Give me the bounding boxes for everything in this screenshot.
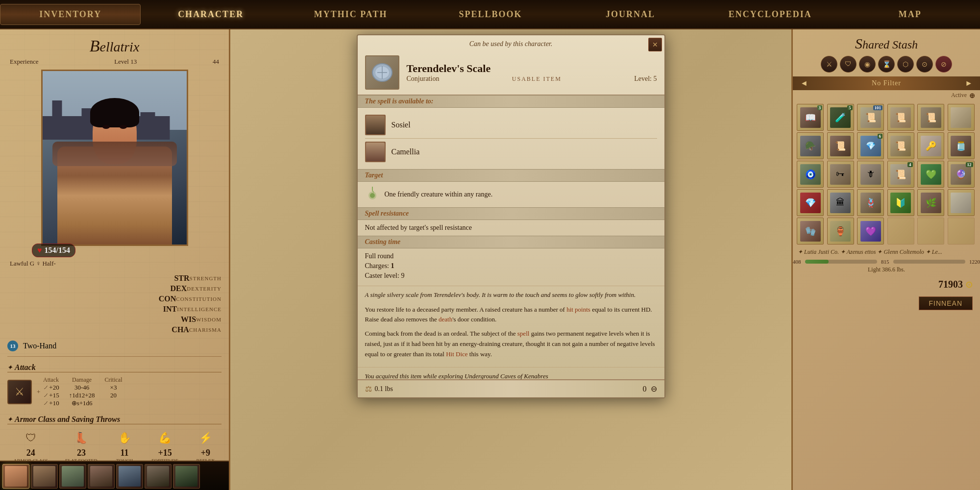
stash-cell[interactable]: 🧿 [797, 161, 824, 188]
stash-cell[interactable]: 📜 4 [887, 161, 914, 188]
stash-cell[interactable]: 🔮 12 [948, 161, 975, 188]
spell-resistance-section: Not affected by target's spell resistanc… [358, 220, 664, 236]
hit-points-link[interactable]: hit points [566, 306, 590, 313]
touch-item: ✋ 11 Touch [115, 428, 134, 464]
nav-spellbook[interactable]: SPELLBOOK [420, 4, 560, 24]
modal-scroll-area[interactable]: The spell is available to: Sosiel [358, 95, 664, 379]
casting-time: Full round [365, 252, 657, 260]
item-description: A single silvery scale from Terendelev's… [358, 286, 664, 367]
stash-cell[interactable]: 💎 6 [857, 132, 884, 159]
grid-header: Active ⊕ [793, 90, 980, 101]
weight-bar: 408 815 1220 [793, 257, 980, 266]
hit-dice-link[interactable]: Hit Dice [446, 350, 467, 358]
available-list: Sosiel Camellia [358, 108, 664, 169]
stash-cell[interactable]: 🪖 [797, 132, 824, 159]
fortitude-icon: 💪 [155, 428, 175, 448]
count-display: 0 ⊖ [643, 384, 657, 393]
experience-label: Experience [10, 58, 38, 66]
stash-cell[interactable]: 📖 3 [797, 104, 824, 131]
stats-section: STR STRENGTH DEX DEXTERITY CON CONSTITUT… [0, 270, 229, 338]
finnean-button[interactable]: FINNEAN [919, 296, 973, 310]
stash-cell[interactable]: 💜 [857, 218, 884, 245]
available-char-1: Sosiel [365, 112, 657, 139]
modal-close-button[interactable]: ✕ [648, 38, 662, 51]
available-char-2: Camellia [365, 139, 657, 165]
gold-display: 71903 ⊙ [938, 277, 973, 292]
reflex-item: ⚡ +9 Reflex [196, 428, 215, 464]
nav-left[interactable]: ◄ [800, 79, 808, 88]
nav-character[interactable]: CHARACTER [141, 4, 280, 24]
nav-inventory[interactable]: INVENTORY [0, 4, 141, 25]
stash-cell[interactable]: 💎 [797, 189, 824, 216]
stash-cell[interactable]: 📜 [887, 104, 914, 131]
target-text: One friendly creature within any range. [385, 191, 493, 198]
filter-gems[interactable]: ⬡ [897, 56, 914, 73]
nav-map[interactable]: MAP [840, 4, 980, 24]
critical-values: ×3 20 [105, 384, 122, 399]
stash-cell[interactable]: 🔰 [887, 189, 914, 216]
description-text-1: You restore life to a deceased party mem… [365, 305, 657, 325]
flatfooted-item: 👢 23 Flat-footed [65, 428, 98, 464]
reflex-value: +9 [201, 448, 210, 458]
stash-cell[interactable]: 🔑 [917, 132, 944, 159]
weight-val-2: 815 [881, 259, 889, 265]
nav-encyclopedia[interactable]: ENCYCLOPEDIA [700, 4, 840, 24]
modal-header: Terendelev's Scale Conjuration USABLE IT… [358, 50, 664, 95]
level-num: 44 [213, 58, 219, 66]
flatfooted-icon: 👢 [72, 428, 91, 448]
filter-armor[interactable]: 🛡 [840, 56, 857, 73]
weight-icon: ⚖ [365, 384, 372, 393]
party-slot-5[interactable] [116, 464, 143, 489]
party-slot-4[interactable] [88, 464, 115, 489]
weight-val-3: 1220 [969, 259, 980, 265]
stash-cell[interactable]: 🪢 [857, 189, 884, 216]
stash-cell-empty [948, 218, 975, 245]
stat-con-label: CONSTITUTION [176, 296, 221, 302]
armor-title: Armor Class and Saving Throws [7, 415, 221, 424]
stash-cell[interactable]: 📜 101 [857, 104, 884, 131]
modal-footer: ⚖ 0.1 lbs 0 ⊖ [358, 379, 664, 397]
party-slot-2[interactable] [31, 464, 58, 489]
target-header: Target [358, 169, 664, 182]
stash-cell[interactable] [948, 104, 975, 131]
description-text-2: Coming back from the dead is an ordeal. … [365, 329, 657, 359]
party-slot-3[interactable] [59, 464, 86, 489]
stat-cha: CHA [172, 325, 189, 334]
char-name-2: Camellia [392, 147, 420, 156]
stash-cell[interactable]: 🌿 [917, 189, 944, 216]
filter-quest[interactable]: ⊘ [935, 56, 952, 73]
gold-value: 71903 [938, 279, 963, 290]
level-label: Level 13 [114, 58, 137, 66]
stash-cell[interactable]: 🫙 [948, 132, 975, 159]
charges-display: Charges: 1 [365, 262, 657, 270]
nav-right[interactable]: ► [965, 79, 973, 88]
stash-cell[interactable]: 🏛 [827, 189, 854, 216]
stash-cell[interactable]: 🗡 [857, 161, 884, 188]
race: ♀ Half- [36, 260, 55, 267]
spell-link[interactable]: spell [517, 330, 530, 337]
stash-cell[interactable]: 💚 [917, 161, 944, 188]
party-text: ✦ Lutia Justi Co. ✦ Azenus ettos ✦ Glenn… [798, 248, 942, 256]
stash-cell[interactable]: 🧤 [797, 218, 824, 245]
filter-weapons[interactable]: ⚔ [821, 56, 837, 73]
party-slot-6[interactable] [145, 464, 172, 489]
death-link[interactable]: death [439, 316, 452, 323]
stash-cell[interactable]: 🗝 [827, 161, 854, 188]
nav-mythic[interactable]: MYTHIC PATH [281, 4, 420, 24]
nav-journal[interactable]: JOURNAL [561, 4, 700, 24]
stat-dex-label: DEXTERITY [187, 286, 221, 292]
filter-gold[interactable]: ⊙ [916, 56, 933, 73]
party-slot-7[interactable] [173, 464, 200, 489]
attack-icon: ⚔ [7, 380, 32, 404]
stash-cell[interactable] [948, 189, 975, 216]
modal-subtitle: Can be used by this character. [358, 35, 664, 50]
stash-cell[interactable]: 📜 [887, 132, 914, 159]
filter-items[interactable]: ◉ [859, 56, 876, 73]
stash-cell[interactable]: 📜 [917, 104, 944, 131]
stash-cell[interactable]: 🧪 5 [827, 104, 854, 131]
party-slot-1[interactable] [2, 464, 29, 489]
filter-scrolls[interactable]: ⌛ [878, 56, 895, 73]
stash-cell[interactable]: 📜 [827, 132, 854, 159]
stash-cell[interactable]: 🏺 [827, 218, 854, 245]
acquisition-text: You acquired this item while exploring U… [358, 367, 664, 379]
